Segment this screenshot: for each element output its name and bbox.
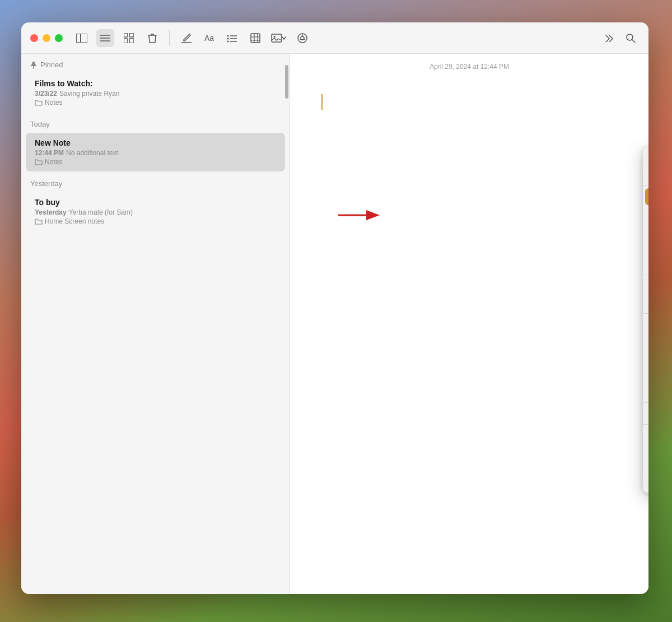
compose-button[interactable] (178, 29, 195, 47)
menu-item-copy[interactable]: Copy (643, 166, 648, 183)
svg-rect-17 (251, 34, 260, 43)
checklist-button[interactable] (223, 29, 241, 47)
yesterday-section-header: Yesterday (21, 173, 290, 191)
menu-item-paragraph-styles[interactable]: Paragraph Styles › (643, 205, 648, 222)
table-button[interactable] (246, 29, 264, 47)
svg-point-29 (627, 34, 633, 40)
toolbar-right (600, 29, 640, 47)
menu-item-add-table[interactable]: Add Table ⌥⌘T (643, 277, 648, 294)
svg-point-12 (227, 38, 229, 39)
svg-rect-7 (129, 33, 134, 37)
more-button[interactable] (600, 29, 618, 47)
menu-item-speech[interactable]: Speech › (643, 366, 648, 383)
note-title: Films to Watch: (35, 79, 276, 88)
note-folder: Notes (35, 99, 276, 106)
menu-item-spelling-grammar[interactable]: Spelling and Grammar › (643, 333, 648, 350)
content-area: Pinned Films to Watch: 3/23/22 Saving pr… (21, 54, 648, 594)
note-meta: 3/23/22 Saving private Ryan (35, 90, 276, 98)
menu-item-show-highlights[interactable]: Show Highlights ^⌘I (643, 256, 648, 272)
svg-rect-1 (76, 34, 87, 43)
editor-date: April 29, 2024 at 12:44 PM (290, 54, 648, 80)
traffic-lights (30, 34, 63, 42)
menu-item-take-photo[interactable]: Take Photo (643, 439, 648, 456)
svg-point-13 (227, 40, 229, 42)
sidebar: Pinned Films to Watch: 3/23/22 Saving pr… (21, 54, 290, 594)
search-button[interactable] (622, 29, 640, 47)
svg-point-23 (274, 36, 276, 38)
note-item-new-note[interactable]: New Note 12:44 PM No additional text Not… (26, 133, 285, 171)
note-item-to-buy[interactable]: To buy Yesterday Yerba mate (for Sam) Ho… (26, 192, 285, 231)
context-menu: Cut Copy Paste Paragraph Styles › (643, 146, 648, 493)
today-section-header: Today (21, 113, 290, 132)
menu-section-hellotech: HelloTech iPhone (2) (643, 427, 648, 439)
menu-separator-5 (643, 424, 648, 425)
text-cursor (321, 94, 323, 110)
pinned-section-header: Pinned (21, 54, 290, 72)
share-button[interactable] (293, 29, 311, 47)
svg-rect-0 (76, 34, 81, 43)
minimize-button[interactable] (43, 34, 50, 42)
media-button[interactable] (270, 29, 288, 47)
menu-separator-4 (643, 402, 648, 403)
menu-item-font[interactable]: Font › (643, 316, 648, 333)
menu-item-cut[interactable]: Cut (643, 150, 648, 166)
delete-button[interactable] (143, 29, 161, 47)
note-title: New Note (35, 138, 276, 147)
menu-item-autofill[interactable]: AutoFill › (643, 405, 648, 422)
note-folder: Home Screen notes (35, 217, 276, 225)
menu-item-layout-orientation[interactable]: Layout Orientation › (643, 383, 648, 400)
menu-item-mark-checked[interactable]: Mark as Checked ⇧⌘U (643, 239, 648, 256)
note-meta: 12:44 PM No additional text (35, 149, 276, 157)
close-button[interactable] (30, 34, 38, 42)
svg-line-28 (300, 39, 301, 40)
maximize-button[interactable] (55, 34, 63, 42)
menu-separator-2 (643, 275, 648, 275)
list-view-button[interactable] (96, 29, 114, 47)
font-button[interactable]: Aa (201, 29, 217, 47)
menu-item-paste[interactable]: Paste (645, 188, 648, 205)
svg-line-30 (632, 40, 635, 43)
toolbar-divider (169, 30, 170, 46)
notes-window: Aa (21, 22, 648, 594)
menu-item-scan-documents[interactable]: Scan Documents (643, 456, 648, 473)
sidebar-toggle-button[interactable] (73, 29, 91, 47)
sidebar-scrollbar[interactable] (285, 65, 288, 99)
grid-view-button[interactable] (120, 29, 138, 47)
menu-item-substitutions[interactable]: Substitutions › (643, 350, 648, 366)
note-folder: Notes (35, 158, 276, 166)
menu-separator (643, 185, 648, 186)
svg-line-27 (304, 39, 305, 40)
menu-item-add-sketch[interactable]: Add Sketch (643, 473, 648, 490)
note-item-films[interactable]: Films to Watch: 3/23/22 Saving private R… (26, 73, 285, 112)
arrow-indicator (338, 206, 383, 224)
editor[interactable]: April 29, 2024 at 12:44 PM Cut (290, 54, 648, 594)
note-meta: Yesterday Yerba mate (for Sam) (35, 208, 276, 216)
menu-item-add-link[interactable]: Add Link ⌘K (643, 294, 648, 311)
titlebar: Aa (21, 22, 648, 54)
svg-rect-8 (124, 39, 128, 43)
svg-rect-9 (129, 39, 134, 43)
menu-separator-3 (643, 313, 648, 314)
svg-point-11 (227, 35, 229, 36)
svg-rect-6 (124, 33, 128, 37)
note-title: To buy (35, 198, 276, 207)
menu-item-checklist[interactable]: Checklist ⇧⌘L (643, 222, 648, 239)
